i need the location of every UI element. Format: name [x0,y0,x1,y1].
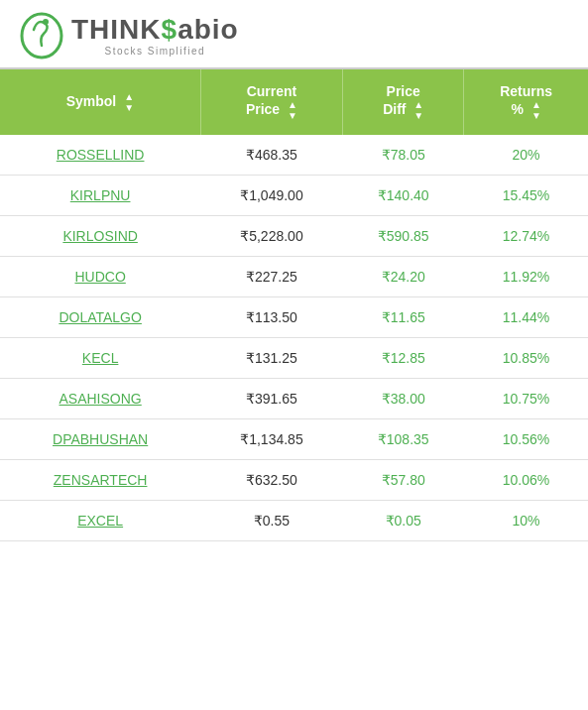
logo-text: THINK$abio [71,16,239,44]
cell-returns: 15.45% [464,176,588,216]
symbol-link[interactable]: KIRLOSIND [62,228,137,244]
cell-price-diff: ₹11.65 [343,297,464,338]
symbol-link[interactable]: ROSSELLIND [57,147,145,163]
symbol-link[interactable]: KECL [82,350,119,366]
cell-symbol[interactable]: KIRLOSIND [0,216,200,257]
cell-symbol[interactable]: DOLATALGO [0,297,200,338]
col-header-symbol[interactable]: Symbol ▲▼ [0,69,200,135]
cell-current-price: ₹0.55 [200,501,342,541]
logo-dollar: $ [162,14,178,45]
symbol-sort-icon[interactable]: ▲▼ [124,91,134,113]
cell-current-price: ₹1,049.00 [200,176,342,216]
cell-current-price: ₹227.25 [200,257,342,297]
table-row: DPABHUSHAN₹1,134.85₹108.3510.56% [0,419,588,460]
cell-current-price: ₹468.35 [200,135,342,176]
table-row: DOLATALGO₹113.50₹11.6511.44% [0,297,588,338]
col-header-returns[interactable]: Returns% ▲▼ [464,69,588,135]
cell-symbol[interactable]: EXCEL [0,501,200,541]
cell-current-price: ₹5,228.00 [200,216,342,257]
cell-returns: 10.75% [464,379,588,419]
cell-price-diff: ₹57.80 [343,460,464,501]
table-row: KECL₹131.25₹12.8510.85% [0,338,588,379]
col-header-price-diff[interactable]: PriceDiff ▲▼ [343,69,464,135]
logo-tagline: Stocks Simplified [71,46,239,57]
stocks-table-wrapper: Symbol ▲▼ CurrentPrice ▲▼ PriceDiff ▲▼ [0,69,588,541]
cell-symbol[interactable]: KIRLPNU [0,176,200,216]
cell-symbol[interactable]: KECL [0,338,200,379]
cell-price-diff: ₹12.85 [343,338,464,379]
cell-current-price: ₹632.50 [200,460,342,501]
cell-current-price: ₹391.65 [200,379,342,419]
logo-abio: abio [177,14,239,45]
table-row: KIRLOSIND₹5,228.00₹590.8512.74% [0,216,588,257]
symbol-link[interactable]: DOLATALGO [59,309,142,325]
cell-price-diff: ₹24.20 [343,257,464,297]
cell-price-diff: ₹140.40 [343,176,464,216]
cell-current-price: ₹1,134.85 [200,419,342,460]
cell-symbol[interactable]: ASAHISONG [0,379,200,419]
returns-sort-icon[interactable]: ▲▼ [531,99,541,121]
symbol-link[interactable]: DPABHUSHAN [53,431,148,447]
symbol-link[interactable]: ASAHISONG [59,391,142,407]
cell-symbol[interactable]: HUDCO [0,257,200,297]
diff-sort-icon[interactable]: ▲▼ [413,99,423,121]
table-header-row: Symbol ▲▼ CurrentPrice ▲▼ PriceDiff ▲▼ [0,69,588,135]
cell-current-price: ₹131.25 [200,338,342,379]
cell-returns: 20% [464,135,588,176]
cell-symbol[interactable]: DPABHUSHAN [0,419,200,460]
cell-price-diff: ₹38.00 [343,379,464,419]
cell-returns: 10.06% [464,460,588,501]
table-row: ZENSARTECH₹632.50₹57.8010.06% [0,460,588,501]
col-header-current-price[interactable]: CurrentPrice ▲▼ [200,69,342,135]
table-row: KIRLPNU₹1,049.00₹140.4015.45% [0,176,588,216]
cell-price-diff: ₹0.05 [343,501,464,541]
price-sort-icon[interactable]: ▲▼ [288,99,297,121]
logo-text-container: THINK$abio Stocks Simplified [71,16,239,57]
stocks-table: Symbol ▲▼ CurrentPrice ▲▼ PriceDiff ▲▼ [0,69,588,541]
cell-symbol[interactable]: ROSSELLIND [0,135,200,176]
table-row: EXCEL₹0.55₹0.0510% [0,501,588,541]
symbol-link[interactable]: EXCEL [77,513,123,529]
svg-point-1 [43,19,49,25]
symbol-link[interactable]: HUDCO [74,269,125,285]
symbol-link[interactable]: ZENSARTECH [54,472,148,488]
cell-price-diff: ₹590.85 [343,216,464,257]
logo: THINK$abio Stocks Simplified [20,10,239,61]
table-row: HUDCO₹227.25₹24.2011.92% [0,257,588,297]
cell-current-price: ₹113.50 [200,297,342,338]
cell-returns: 11.92% [464,257,588,297]
header: THINK$abio Stocks Simplified [0,0,588,69]
cell-returns: 12.74% [464,216,588,257]
table-row: ASAHISONG₹391.65₹38.0010.75% [0,379,588,419]
cell-returns: 10% [464,501,588,541]
logo-icon [20,10,67,61]
cell-price-diff: ₹108.35 [343,419,464,460]
logo-think: THINK [71,14,162,45]
cell-symbol[interactable]: ZENSARTECH [0,460,200,501]
cell-returns: 10.85% [464,338,588,379]
cell-returns: 10.56% [464,419,588,460]
cell-returns: 11.44% [464,297,588,338]
symbol-link[interactable]: KIRLPNU [70,187,131,203]
table-row: ROSSELLIND₹468.35₹78.0520% [0,135,588,176]
cell-price-diff: ₹78.05 [343,135,464,176]
